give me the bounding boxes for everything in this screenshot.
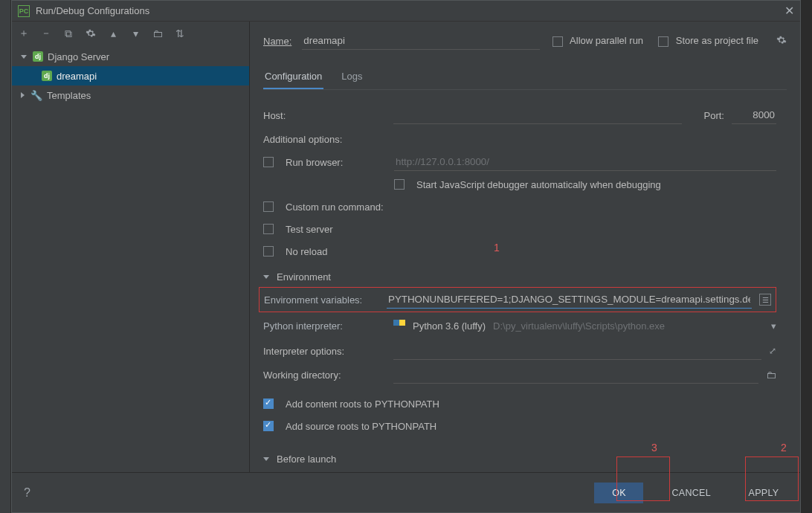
tabs: Configuration Logs — [263, 66, 787, 90]
config-tree: dj Django Server dj dreamapi 🔧 Templates — [12, 45, 249, 472]
run-debug-dialog: PC Run/Debug Configurations ✕ ＋ － ⧉ ▴ ▾ … — [11, 0, 801, 513]
django-icon: dj — [42, 71, 52, 81]
annotation-2: 2 — [781, 442, 787, 454]
cancel-button[interactable]: CANCEL — [663, 483, 720, 503]
down-icon[interactable]: ▾ — [129, 28, 141, 39]
environment-section[interactable]: Environment — [263, 271, 776, 283]
env-vars-edit-icon[interactable]: ☰ — [759, 294, 771, 306]
chevron-down-icon — [263, 457, 269, 461]
name-label: Name: — [263, 36, 291, 47]
run-browser-input[interactable] — [394, 153, 776, 171]
test-server-label: Test server — [286, 224, 333, 235]
copy-icon[interactable]: ⧉ — [62, 28, 74, 39]
host-input[interactable] — [393, 106, 682, 124]
sidebar: ＋ － ⧉ ▴ ▾ 🗀 ⇅ dj Django Server dj — [12, 22, 250, 472]
no-reload-label: No reload — [286, 246, 327, 257]
close-icon[interactable]: ✕ — [784, 4, 794, 18]
checkbox-icon[interactable] — [263, 399, 274, 409]
checkbox-icon — [658, 36, 668, 47]
add-icon[interactable]: ＋ — [18, 28, 30, 39]
chevron-down-icon — [21, 55, 27, 59]
checkbox-icon[interactable] — [263, 201, 274, 212]
wrench-icon: 🔧 — [30, 90, 42, 101]
ide-gutter — [0, 0, 11, 513]
working-dir-input[interactable] — [393, 366, 758, 384]
interpreter-options-input[interactable] — [393, 342, 761, 360]
chevron-down-icon — [263, 275, 269, 279]
checkbox-icon[interactable] — [263, 157, 274, 167]
save-config-icon[interactable] — [85, 28, 97, 39]
checkbox-icon[interactable] — [263, 224, 274, 234]
custom-run-command-label: Custom run command: — [286, 201, 384, 213]
add-content-roots-label: Add content roots to PYTHONPATH — [286, 399, 439, 410]
port-label: Port: — [704, 110, 724, 121]
annotation-3: 3 — [651, 442, 657, 454]
tab-logs[interactable]: Logs — [340, 66, 364, 89]
config-form: Host: Port: Additional options: Run brow… — [263, 100, 787, 469]
additional-options-label: Additional options: — [263, 134, 386, 145]
window-title: Run/Debug Configurations — [36, 5, 784, 16]
interpreter-name: Python 3.6 (luffy) — [413, 320, 486, 332]
port-input[interactable] — [732, 106, 776, 124]
run-browser-label: Run browser: — [286, 157, 387, 168]
env-vars-label: Environment variables: — [264, 294, 379, 306]
apply-button[interactable]: APPLY — [739, 483, 788, 503]
interpreter-options-label: Interpreter options: — [263, 346, 386, 357]
folder-icon[interactable]: 🗀 — [766, 369, 776, 381]
python-icon — [393, 320, 405, 332]
checkbox-icon[interactable] — [263, 421, 274, 431]
gear-icon[interactable] — [776, 35, 787, 48]
help-icon[interactable]: ? — [24, 486, 30, 500]
store-as-project-file[interactable]: Store as project file — [658, 35, 758, 47]
app-icon: PC — [18, 5, 30, 17]
up-icon[interactable]: ▴ — [107, 28, 119, 39]
host-label: Host: — [263, 110, 386, 121]
chevron-right-icon — [21, 92, 25, 98]
tree-templates[interactable]: 🔧 Templates — [12, 86, 249, 105]
sort-icon[interactable]: ⇅ — [174, 28, 186, 39]
expand-icon[interactable]: ⤢ — [769, 346, 776, 356]
tab-configuration[interactable]: Configuration — [263, 66, 323, 89]
allow-parallel-run[interactable]: Allow parallel run — [552, 35, 643, 47]
remove-icon[interactable]: － — [40, 28, 52, 39]
interpreter-path: D:\py_virtualenv\luffy\Scripts\python.ex… — [493, 320, 665, 332]
titlebar: PC Run/Debug Configurations ✕ — [12, 1, 800, 22]
working-dir-label: Working directory: — [263, 370, 386, 381]
tree-label: Django Server — [48, 51, 109, 62]
tree-label: Templates — [47, 90, 91, 101]
python-interpreter-label: Python interpreter: — [263, 320, 386, 332]
chevron-down-icon[interactable]: ▾ — [771, 320, 776, 332]
tree-dreamapi[interactable]: dj dreamapi — [12, 66, 249, 86]
start-js-debugger-label: Start JavaScript debugger automatically … — [416, 179, 661, 190]
name-input[interactable] — [302, 32, 540, 50]
env-vars-row: Environment variables: ☰ — [259, 287, 776, 312]
add-source-roots-label: Add source roots to PYTHONPATH — [286, 421, 436, 432]
sidebar-toolbar: ＋ － ⧉ ▴ ▾ 🗀 ⇅ — [12, 22, 249, 45]
before-launch-section[interactable]: Before launch — [263, 454, 776, 465]
checkbox-icon[interactable] — [394, 179, 405, 190]
folder-icon[interactable]: 🗀 — [152, 28, 164, 39]
checkbox-icon — [552, 36, 563, 47]
tree-label: dreamapi — [57, 71, 97, 82]
env-vars-input[interactable] — [387, 291, 752, 309]
dialog-footer: ? OK CANCEL APPLY — [12, 472, 800, 512]
ok-button[interactable]: OK — [594, 483, 643, 503]
django-icon: dj — [33, 51, 43, 62]
tree-django-server[interactable]: dj Django Server — [12, 47, 249, 66]
annotation-1: 1 — [494, 242, 500, 254]
main-panel: Name: Allow parallel run Store as projec… — [250, 22, 800, 472]
checkbox-icon[interactable] — [263, 246, 274, 256]
